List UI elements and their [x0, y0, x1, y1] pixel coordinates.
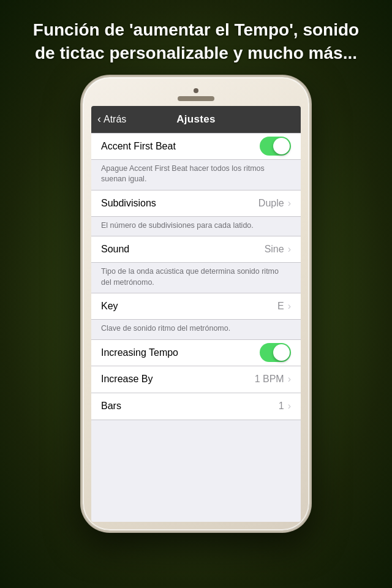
description-key: Clave de sonido ritmo del metrónomo.: [91, 320, 301, 339]
chevron-right-icon-bars: ›: [288, 401, 291, 412]
row-right-increase-by: 1 BPM ›: [255, 374, 291, 385]
phone-screen: ‹ Atrás Ajustes Accent First Beat Apague…: [91, 106, 301, 522]
row-label-sound: Sound: [101, 244, 129, 255]
chevron-right-icon-increase-by: ›: [288, 374, 291, 385]
row-label-increase-by: Increase By: [101, 374, 153, 385]
settings-row-subdivisions[interactable]: Subdivisions Duple ›: [91, 190, 301, 217]
row-label-subdivisions: Subdivisions: [101, 198, 156, 209]
toggle-increasing-tempo[interactable]: [260, 343, 291, 362]
row-label-bars: Bars: [101, 401, 121, 412]
row-right-bars: 1 ›: [279, 401, 291, 412]
phone-frame: ‹ Atrás Ajustes Accent First Beat Apague…: [83, 77, 309, 530]
settings-row-increasing-tempo[interactable]: Increasing Tempo: [91, 339, 301, 366]
row-value-increase-by: 1 BPM: [255, 374, 284, 385]
settings-row-increase-by[interactable]: Increase By 1 BPM ›: [91, 366, 301, 393]
nav-bar: ‹ Atrás Ajustes: [91, 106, 301, 133]
row-value-key: E: [277, 301, 284, 312]
row-right-key: E ›: [277, 301, 291, 312]
header-title: Función de 'aumentar el Tempo', sonido d…: [0, 0, 392, 77]
settings-row-bars[interactable]: Bars 1 ›: [91, 393, 301, 420]
nav-title: Ajustes: [176, 113, 216, 126]
row-label-accent-first-beat: Accent First Beat: [101, 141, 176, 152]
row-label-increasing-tempo: Increasing Tempo: [101, 347, 178, 358]
description-accent-first-beat: Apague Accent First Beat hacer todos los…: [91, 160, 301, 190]
row-value-bars: 1: [279, 401, 284, 412]
chevron-left-icon: ‹: [97, 113, 101, 126]
nav-back-label: Atrás: [104, 114, 126, 125]
row-value-subdivisions: Duple: [258, 198, 284, 209]
toggle-accent-first-beat[interactable]: [260, 137, 291, 156]
nav-back-button[interactable]: ‹ Atrás: [97, 113, 126, 126]
settings-row-accent-first-beat[interactable]: Accent First Beat: [91, 133, 301, 160]
phone-top: [91, 86, 301, 106]
settings-list: Accent First Beat Apague Accent First Be…: [91, 133, 301, 522]
row-right-subdivisions: Duple ›: [258, 198, 291, 209]
settings-row-key[interactable]: Key E ›: [91, 293, 301, 320]
phone-speaker: [178, 96, 214, 101]
chevron-right-icon-key: ›: [288, 301, 291, 312]
row-right-sound: Sine ›: [265, 244, 291, 255]
row-label-key: Key: [101, 301, 118, 312]
chevron-right-icon-sound: ›: [288, 244, 291, 255]
phone-camera: [194, 88, 198, 93]
row-value-sound: Sine: [265, 244, 284, 255]
description-subdivisions: El número de subdivisiones para cada lat…: [91, 217, 301, 236]
chevron-right-icon-subdivisions: ›: [288, 198, 291, 209]
description-sound: Tipo de la onda acústica que determina s…: [91, 263, 301, 293]
settings-row-sound[interactable]: Sound Sine ›: [91, 236, 301, 263]
